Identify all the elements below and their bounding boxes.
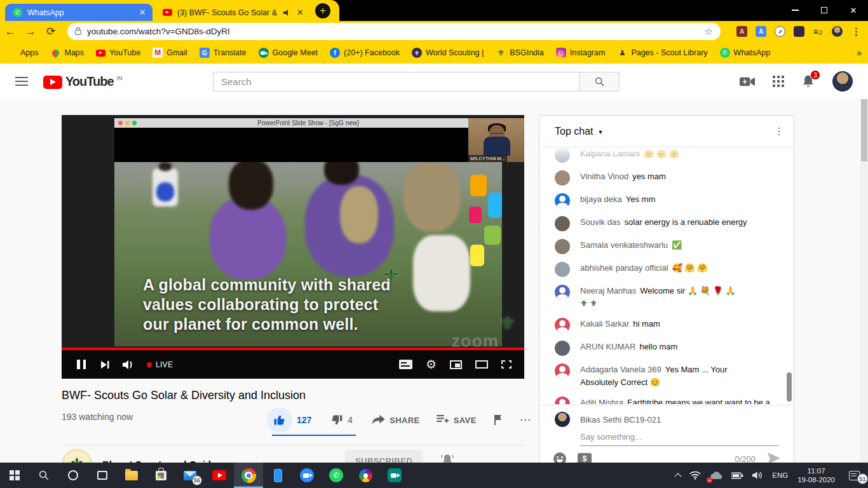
chat-author[interactable]: Kalpana Lamani	[580, 149, 640, 158]
bookmarks-overflow-icon[interactable]: »	[857, 48, 862, 58]
wifi-icon[interactable]	[685, 463, 705, 488]
tab-close-icon[interactable]: ✕	[139, 8, 146, 17]
guide-menu-icon[interactable]	[15, 74, 28, 88]
like-button[interactable]	[267, 407, 292, 433]
dislike-button[interactable]: 4	[330, 414, 355, 426]
picasa-icon[interactable]	[351, 463, 380, 488]
chat-message-input[interactable]: Say something...	[580, 432, 778, 446]
bookmark-gmail[interactable]: M Gmail	[153, 48, 187, 58]
bookmark-google-meet[interactable]: Google Meet	[259, 48, 318, 58]
start-button[interactable]	[0, 463, 29, 488]
chevron-down-icon[interactable]: ▼	[597, 129, 603, 135]
chat-menu-icon[interactable]: ⋮	[774, 125, 785, 137]
subtitles-icon[interactable]	[399, 360, 412, 369]
extensions-puzzle-icon[interactable]	[794, 26, 804, 37]
avatar[interactable]	[555, 396, 570, 404]
lock-icon[interactable]	[75, 30, 81, 35]
more-actions-icon[interactable]: ⋯	[520, 413, 532, 427]
avatar[interactable]	[555, 412, 570, 427]
theater-mode-icon[interactable]	[475, 360, 488, 369]
bookmark-translate[interactable]: G Translate	[200, 48, 247, 58]
new-tab-button[interactable]: +	[315, 3, 330, 18]
avatar[interactable]	[555, 216, 570, 231]
tray-chevron-icon[interactable]	[671, 463, 685, 488]
bookmark-instagram[interactable]: Instagram	[556, 48, 606, 58]
next-button[interactable]	[100, 360, 110, 370]
input-tools-extension-icon[interactable]: A	[756, 26, 766, 37]
chat-author[interactable]: Souvik das	[580, 217, 621, 227]
task-view-icon[interactable]	[88, 463, 117, 488]
bookmark-pages-scout-library[interactable]: ♟ Pages - Scout Library	[617, 48, 707, 58]
window-close-button[interactable]: ✕	[839, 0, 868, 20]
chat-author[interactable]: bijaya deka	[580, 194, 622, 204]
report-flag-icon[interactable]	[493, 414, 503, 426]
reload-icon[interactable]: ⟳	[41, 25, 61, 38]
acrobat-extension-icon[interactable]: A	[736, 26, 747, 37]
taskbar-search-icon[interactable]	[29, 463, 58, 488]
chat-author[interactable]: Kakali Sarkar	[580, 319, 629, 329]
youtube-logo[interactable]: YouTube IN	[43, 74, 123, 89]
bookmark-world-scouting[interactable]: ⚜ World Scouting |	[412, 48, 484, 58]
onedrive-icon[interactable]: –	[705, 463, 727, 488]
tab-close-icon[interactable]: ✕	[297, 8, 304, 17]
tab-youtube-active[interactable]: (3) BWF- Scouts Go Solar & D ✕	[155, 4, 310, 21]
bookmark-star-icon[interactable]: ☆	[705, 26, 713, 37]
chat-author[interactable]: Vinitha Vinod	[580, 172, 628, 181]
window-restore-button[interactable]	[810, 0, 839, 20]
create-video-icon[interactable]	[740, 76, 755, 87]
chat-message-list[interactable]: Kalpana Lamani🤗 🤗 🤗 Vinitha Vinodyes mam…	[539, 148, 794, 404]
tab-audio-icon[interactable]	[283, 10, 292, 16]
pause-button[interactable]	[77, 360, 86, 369]
taskbar-clock[interactable]: 11:07 19-08-2020	[792, 466, 840, 484]
gauge-extension-icon[interactable]	[775, 26, 785, 37]
tab-whatsapp[interactable]: ✆ WhatsApp ✕	[5, 4, 153, 21]
battery-icon[interactable]	[727, 463, 748, 488]
file-explorer-icon[interactable]	[117, 463, 146, 488]
chat-mode-label[interactable]: Top chat	[555, 126, 593, 137]
chat-scrollbar-thumb[interactable]	[787, 372, 792, 402]
cortana-icon[interactable]	[58, 463, 88, 488]
back-icon[interactable]: ←	[0, 25, 20, 38]
chat-author[interactable]: abhishek panday official	[580, 263, 668, 273]
playlist-music-extension-icon[interactable]: ≡♪	[813, 26, 824, 37]
bookmark-youtube[interactable]: YouTube	[96, 48, 140, 57]
bookmark-apps[interactable]: Apps	[6, 48, 39, 58]
share-button[interactable]: SHARE	[372, 415, 420, 426]
chat-author[interactable]: Samala venkateshwarlu	[580, 240, 668, 250]
apps-grid-icon[interactable]	[773, 76, 784, 87]
profile-avatar[interactable]	[832, 26, 843, 37]
bookmark-bsgindia[interactable]: ⚜ BSGIndia	[496, 48, 544, 58]
avatar[interactable]	[555, 170, 570, 186]
youtube-app-icon[interactable]	[205, 463, 234, 488]
avatar[interactable]	[555, 193, 570, 208]
search-button[interactable]	[579, 72, 620, 92]
volume-icon[interactable]	[123, 360, 135, 370]
avatar[interactable]	[555, 148, 570, 163]
miniplayer-icon[interactable]	[450, 360, 462, 369]
bookmark-whatsapp[interactable]: ✆ WhatsApp	[720, 48, 771, 58]
language-indicator[interactable]: ENG	[768, 463, 792, 488]
window-minimize-button[interactable]	[780, 0, 810, 20]
action-center-icon[interactable]: 51	[840, 463, 868, 488]
avatar[interactable]	[555, 285, 570, 300]
browser-menu-icon[interactable]: ⋮	[851, 26, 862, 37]
avatar[interactable]	[555, 262, 570, 277]
avatar[interactable]	[555, 318, 570, 333]
url-text[interactable]: youtube.com/watch?v=GND8s-dDyRI	[87, 27, 699, 36]
volume-icon[interactable]	[748, 463, 768, 488]
address-bar[interactable]: youtube.com/watch?v=GND8s-dDyRI ☆	[67, 23, 721, 40]
your-phone-icon[interactable]	[263, 463, 292, 488]
forward-icon[interactable]: →	[20, 25, 41, 38]
mail-icon[interactable]: 56	[175, 463, 205, 488]
avatar[interactable]	[555, 239, 570, 254]
search-input[interactable]	[213, 72, 579, 92]
chat-author[interactable]: Neeraj Manhas	[580, 286, 636, 295]
live-indicator[interactable]: LIVE	[147, 360, 173, 369]
avatar[interactable]	[555, 341, 570, 356]
notifications-bell-icon[interactable]: 3	[802, 74, 815, 88]
page-scrollbar[interactable]: ▲	[860, 64, 868, 463]
video-player[interactable]: PowerPoint Slide Show - [SgG new] A glob…	[62, 115, 524, 379]
fullscreen-icon[interactable]	[501, 360, 512, 369]
save-button[interactable]: SAVE	[437, 415, 477, 425]
whatsapp-app-icon[interactable]: ✆	[322, 463, 351, 488]
